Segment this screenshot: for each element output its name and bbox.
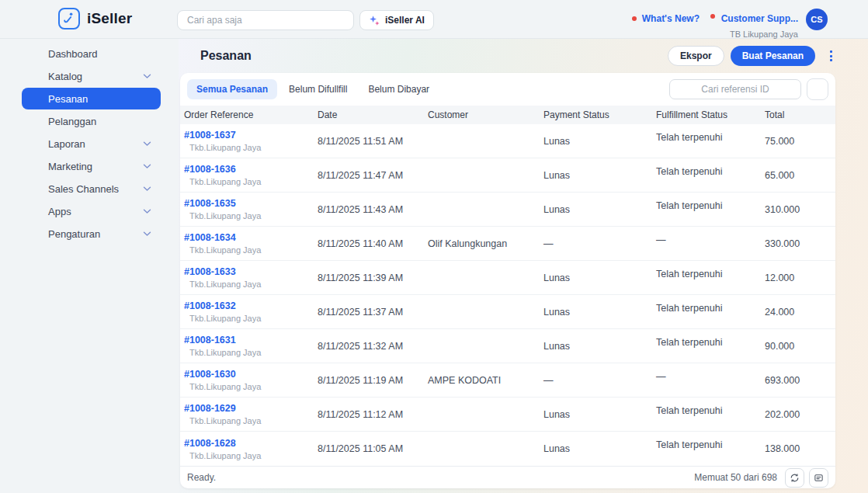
chevron-down-icon [143,141,151,147]
sidebar-item-label: Pelanggan [48,116,151,127]
sidebar-item-sales-channels[interactable]: Sales Channels [22,178,161,200]
table-row[interactable]: #1008-1631Tkb.Likupang Jaya8/11/2025 11:… [180,329,835,363]
brand-logo[interactable]: iSeller [58,8,132,30]
order-reference-cell: #1008-1637Tkb.Likupang Jaya [184,130,318,152]
payment-status: Lunas [543,273,656,283]
whats-new-link[interactable]: What's New? [632,13,700,24]
order-date: 8/11/2025 11:51 AM [318,136,428,147]
column-header-order-reference[interactable]: Order Reference [184,109,318,120]
page-header: Pesanan Ekspor Buat Pesanan [179,39,868,73]
sidebar-item-label: Pesanan [48,93,151,105]
order-reference-link[interactable]: #1008-1632 [184,300,318,311]
order-reference-link[interactable]: #1008-1631 [184,335,318,345]
table-row[interactable]: #1008-1632Tkb.Likupang Jaya8/11/2025 11:… [180,295,835,329]
sidebar-item-pelanggan[interactable]: Pelanggan [22,110,161,132]
payment-status: — [543,375,656,386]
order-reference-link[interactable]: #1008-1630 [184,369,318,380]
chevron-down-icon [143,74,151,79]
sidebar-item-pengaturan[interactable]: Pengaturan [22,223,161,245]
fulfillment-status: Telah terpenuhi [656,200,765,211]
avatar[interactable]: CS [806,9,828,30]
fulfillment-status: — [656,371,765,382]
notification-dot [632,16,637,21]
create-order-button[interactable]: Buat Pesanan [731,46,815,66]
order-store-label: Tkb.Likupang Jaya [184,177,318,186]
tab-belum-difullfill[interactable]: Belum Difullfill [279,79,356,99]
report-button[interactable] [809,468,828,488]
order-customer: AMPE KODOATI [428,375,543,386]
sidebar-item-label: Dashboard [48,48,151,60]
sidebar-item-pesanan[interactable]: Pesanan [22,88,161,109]
sidebar-item-label: Sales Channels [48,183,143,195]
column-header-payment-status[interactable]: Payment Status [543,109,656,120]
order-reference-link[interactable]: #1008-1633 [184,266,318,277]
column-header-total[interactable]: Total [765,109,835,120]
order-store-label: Tkb.Likupang Jaya [184,314,318,323]
order-total: 693.000 [765,375,835,386]
tab-belum-dibayar[interactable]: Belum Dibayar [359,79,439,99]
order-total: 310.000 [765,204,835,215]
table-row[interactable]: #1008-1630Tkb.Likupang Jaya8/11/2025 11:… [180,363,835,398]
fulfillment-status: — [656,234,765,245]
table-row[interactable]: #1008-1629Tkb.Likupang Jaya8/11/2025 11:… [180,398,835,432]
main-content: Pesanan Ekspor Buat Pesanan Semua Pesana… [179,39,868,493]
account-text: Customer Supp... TB Likupang Jaya [721,10,798,41]
status-text: Ready. [187,472,216,483]
order-customer: Olif Kalungkungan [428,238,543,249]
order-store-label: Tkb.Likupang Jaya [184,382,318,391]
order-store-label: Tkb.Likupang Jaya [184,211,318,220]
account-menu[interactable]: Customer Supp... TB Likupang Jaya [710,10,798,41]
sidebar-item-katalog[interactable]: Katalog [22,65,161,87]
order-reference-link[interactable]: #1008-1636 [184,164,318,175]
chevron-down-icon [143,231,151,237]
order-reference-link[interactable]: #1008-1635 [184,198,318,209]
order-reference-link[interactable]: #1008-1637 [184,130,318,141]
order-reference-cell: #1008-1633Tkb.Likupang Jaya [184,266,318,289]
order-reference-cell: #1008-1635Tkb.Likupang Jaya [184,198,318,220]
filter-button[interactable] [807,78,828,100]
table-row[interactable]: #1008-1628Tkb.Likupang Jaya8/11/2025 11:… [180,432,835,466]
order-reference-cell: #1008-1632Tkb.Likupang Jaya [184,300,318,323]
column-header-fulfillment-status[interactable]: Fulfillment Status [656,109,765,120]
load-count: Memuat 50 dari 698 [694,472,777,483]
iseller-logo-icon [58,8,80,30]
order-reference-cell: #1008-1628Tkb.Likupang Jaya [184,438,318,460]
table-row[interactable]: #1008-1636Tkb.Likupang Jaya8/11/2025 11:… [180,158,835,193]
payment-status: Lunas [543,409,656,420]
chevron-down-icon [143,164,151,169]
order-total: 65.000 [765,170,835,181]
order-total: 330.000 [765,238,835,249]
orders-table-body: #1008-1637Tkb.Likupang Jaya8/11/2025 11:… [180,124,835,466]
column-header-date[interactable]: Date [318,109,428,120]
table-row[interactable]: #1008-1634Tkb.Likupang Jaya8/11/2025 11:… [180,227,835,261]
fulfillment-status: Telah terpenuhi [656,132,765,143]
topbar: iSeller iSeller AI What's New? Customer … [0,0,868,39]
global-search-input[interactable] [177,10,354,30]
order-store-label: Tkb.Likupang Jaya [184,143,318,152]
order-date: 8/11/2025 11:40 AM [318,238,428,249]
order-reference-link[interactable]: #1008-1629 [184,403,318,414]
table-row[interactable]: #1008-1633Tkb.Likupang Jaya8/11/2025 11:… [180,261,835,295]
refresh-button[interactable] [785,468,804,488]
sidebar-item-dashboard[interactable]: Dashboard [22,43,161,64]
reference-search-input[interactable] [669,79,801,99]
order-date: 8/11/2025 11:43 AM [318,204,428,215]
tab-semua-pesanan[interactable]: Semua Pesanan [187,79,277,99]
fulfillment-status: Telah terpenuhi [656,439,765,450]
order-total: 75.000 [765,136,835,147]
export-button[interactable]: Ekspor [668,46,724,66]
table-row[interactable]: #1008-1635Tkb.Likupang Jaya8/11/2025 11:… [180,193,835,227]
chevron-down-icon [143,186,151,192]
sidebar-item-laporan[interactable]: Laporan [22,133,161,154]
sidebar-item-apps[interactable]: Apps [22,200,161,222]
column-header-customer[interactable]: Customer [428,109,543,120]
sidebar-item-label: Pengaturan [48,228,143,240]
more-options-icon[interactable] [827,47,835,64]
order-reference-link[interactable]: #1008-1628 [184,438,318,449]
iseller-ai-button[interactable]: iSeller AI [359,10,434,30]
header-actions: Ekspor Buat Pesanan [668,46,835,66]
table-row[interactable]: #1008-1637Tkb.Likupang Jaya8/11/2025 11:… [180,124,835,158]
order-reference-link[interactable]: #1008-1634 [184,232,318,243]
sparkles-icon [369,15,380,26]
sidebar-item-marketing[interactable]: Marketing [22,155,161,177]
